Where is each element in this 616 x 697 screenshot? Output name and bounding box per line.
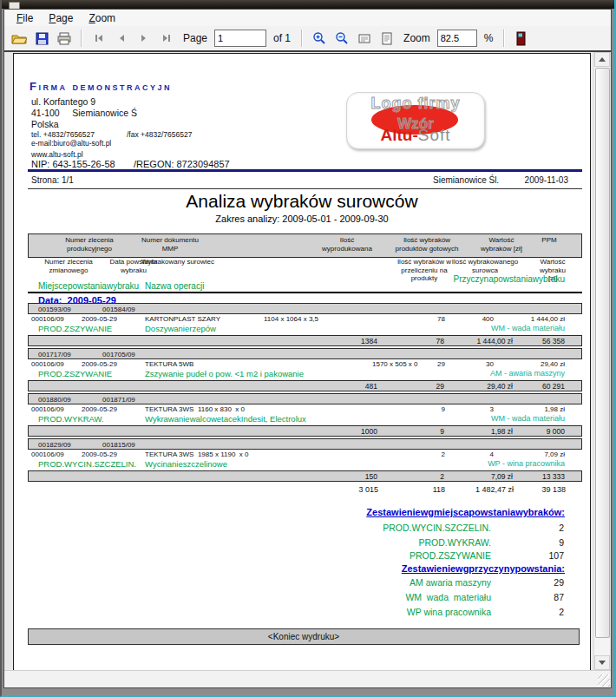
order-shift-number: 001829/09 xyxy=(38,441,71,449)
last-page-icon xyxy=(161,33,173,43)
scrollbar-thumb[interactable] xyxy=(595,68,610,638)
menu-zoom[interactable]: Zoom xyxy=(82,11,122,25)
grand-total-row: 3 015 118 1 482,47 zł 39 138 xyxy=(28,485,582,496)
col-value: Wartość wybraków [zł] xyxy=(481,236,522,253)
total-value: 1 482,47 zł xyxy=(475,485,514,494)
vertical-scrollbar[interactable] xyxy=(593,52,610,670)
defect-date: 2009-05-29 xyxy=(82,405,117,413)
group-order-bar: 001829/09 001815/09 xyxy=(28,438,582,450)
page-width-button[interactable] xyxy=(355,29,374,48)
print-button[interactable] xyxy=(55,29,74,48)
defect-cause: WM - wada materiału xyxy=(491,324,565,332)
nip-value: NIP: 643-155-26-58 xyxy=(31,159,115,169)
scroll-up-button[interactable] xyxy=(594,52,610,67)
group-green-row: PROD.ZSZYWANIE Doszywanierzepów WM - wad… xyxy=(28,324,582,334)
defect-value: 1,98 zł xyxy=(544,405,565,413)
scroll-down-button[interactable] xyxy=(594,655,610,670)
subtotal-produced: 1384 xyxy=(361,337,377,345)
material-name: TEKTURA 5WB xyxy=(145,360,193,368)
page-number-input[interactable] xyxy=(214,30,266,47)
report-title: Analiza wybraków surowców xyxy=(14,191,590,212)
material-name: KARTONPLAST SZARY xyxy=(145,315,220,323)
first-page-icon xyxy=(93,33,105,43)
table-group: 001717/09 001705/09 000106/09 2009-05-29… xyxy=(28,348,582,393)
meta-divider xyxy=(28,188,582,189)
order-number: 000106/09 xyxy=(31,405,64,413)
material-qty: 4 xyxy=(490,450,494,458)
toolbar-separator xyxy=(301,30,303,47)
zoom-in-button[interactable] xyxy=(310,29,329,48)
title-bar[interactable] xyxy=(2,0,614,9)
doc-number: 001705/09 xyxy=(102,351,135,358)
whole-page-button[interactable] xyxy=(377,29,396,48)
company-email: e-mail:biuro@altu-soft.pl xyxy=(31,139,111,148)
total-produced: 3 015 xyxy=(358,485,378,494)
resize-grip[interactable] xyxy=(598,674,610,687)
table-group: 001593/09 001584/09 000106/09 2009-05-29… xyxy=(28,303,582,348)
exit-door-icon xyxy=(516,31,527,46)
group-subtotal-bar: 1000 9 1,98 zł 9 000 xyxy=(28,425,582,437)
save-floppy-icon xyxy=(36,32,49,45)
company-address-line2: 41-100 Siemianowice Ś xyxy=(31,108,137,118)
defect-place: PROD.ZSZYWANIE xyxy=(38,369,112,378)
doc-number: 001584/09 xyxy=(102,306,135,313)
summary-place-value: 2 xyxy=(559,523,564,533)
subtotal-ppm: 60 291 xyxy=(542,382,565,391)
operation: Doszywanierzepów xyxy=(145,324,216,333)
next-page-button[interactable] xyxy=(134,29,154,48)
subtotal-ppm: 13 333 xyxy=(542,472,565,481)
defect-value: 1 444,00 zł xyxy=(531,315,565,323)
summary-cause-label: WP wina pracownika xyxy=(407,607,491,617)
defect-place: PROD.ZSZYWANIE xyxy=(38,324,112,333)
tel-value: tel. +4832/7656527 xyxy=(31,130,95,139)
print-date-text: 2009-11-03 xyxy=(525,175,568,185)
logo-brand: Altu-Soft xyxy=(347,126,484,145)
group-subtotal-bar: 150 2 7,09 zł 13 333 xyxy=(28,470,582,482)
order-shift-number: 001717/09 xyxy=(38,351,71,358)
summary-place-label: PROD.WYKRAW. xyxy=(418,537,491,548)
company-address-line1: ul. Korfantego 9 xyxy=(31,96,95,107)
total-defects: 118 xyxy=(433,485,445,494)
defect-cause: WP - wina pracownika xyxy=(488,459,565,468)
subtotal-defects: 78 xyxy=(436,337,444,345)
prev-page-button[interactable] xyxy=(112,29,131,48)
logo-text-line1: Logo firmy xyxy=(347,95,484,113)
menu-page[interactable]: Page xyxy=(42,11,80,25)
group-subtotal-bar: 481 29 29,40 zł 60 291 xyxy=(28,380,582,391)
menu-file[interactable]: File xyxy=(10,11,40,25)
summary-place-value: 107 xyxy=(548,550,564,561)
last-page-button[interactable] xyxy=(157,29,176,48)
logo-brand-red: Altu- xyxy=(380,126,417,144)
fax-value: /fax +4832/7656527 xyxy=(127,130,192,139)
summary-cause-value: 29 xyxy=(554,577,564,588)
table-subheader: Numer zlecenia zmianowego Data powstania… xyxy=(28,257,582,293)
group-green-row: PROD.WYCIN.SZCZELIN. Wycinanieszczelinow… xyxy=(28,459,582,470)
exit-button[interactable] xyxy=(512,29,531,48)
operation: Zszywanie pudeł o pow. <1 m2 i pakowanie xyxy=(145,369,304,378)
save-button[interactable] xyxy=(32,29,51,48)
subtotal-ppm: 56 358 xyxy=(542,337,565,345)
group-order-bar: 001880/09 001871/09 xyxy=(28,393,582,404)
defect-place: PROD.WYCIN.SZCZELIN. xyxy=(38,459,136,469)
defect-date: 2009-05-29 xyxy=(82,450,117,458)
city-text: Siemianowice Śl. xyxy=(433,175,499,185)
zoom-out-icon xyxy=(335,31,349,45)
material-name: TEKTURA 3WS 1985 x 1190 x 0 xyxy=(145,450,248,458)
company-name: Firma demonstracyjn xyxy=(29,80,172,93)
open-button[interactable] xyxy=(10,29,29,48)
client-area: File Page Zoom xyxy=(3,9,612,688)
col-defect-place: Miejscepowstaniawybraku xyxy=(38,281,139,291)
material-qty: 3 xyxy=(490,405,494,413)
group-order-bar: 001593/09 001584/09 xyxy=(28,303,582,314)
subtotal-defects: 9 xyxy=(440,427,444,436)
summary-cause-value: 2 xyxy=(559,607,564,617)
defect-date: 2009-05-29 xyxy=(82,360,117,368)
summary-cause-label: WM wada materiału xyxy=(405,592,491,602)
end-of-print-bar: <Koniec wydruku> xyxy=(28,628,580,645)
first-page-button[interactable] xyxy=(89,29,108,48)
zoom-label: Zoom xyxy=(403,32,430,44)
summary-causes-heading: Zestawieniewgprzyczynypowstania: xyxy=(402,563,565,574)
zoom-out-button[interactable] xyxy=(332,29,351,48)
subtotal-value: 7,09 zł xyxy=(491,472,513,481)
zoom-value-input[interactable] xyxy=(437,30,477,47)
